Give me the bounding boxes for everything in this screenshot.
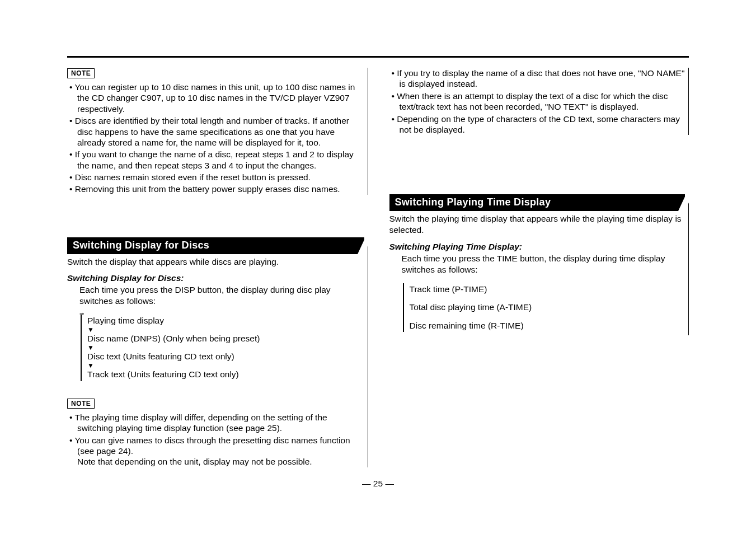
- cycle-diagram-time: Track time (P-TIME) Total disc playing t…: [402, 280, 685, 335]
- section-header-wrap: Switching Display for Discs: [67, 237, 364, 254]
- section-lead: Switch the playing time display that app…: [389, 213, 685, 236]
- subhead: Switching Playing Time Display:: [389, 242, 685, 252]
- cycle-step: Total disc playing time (A-TIME): [410, 301, 685, 313]
- manual-page: NOTE You can register up to 10 disc name…: [0, 0, 756, 511]
- subhead: Switching Display for Discs:: [67, 273, 364, 283]
- cycle-bracket-line: [403, 283, 404, 332]
- down-arrow-icon: ▼: [87, 345, 364, 351]
- section-header: Switching Display for Discs: [67, 237, 364, 254]
- cycle-step: Disc name (DNPS) (Only when being preset…: [87, 332, 364, 345]
- cycle-diagram-discs: ➞ Playing time display ▼ Disc name (DNPS…: [79, 311, 364, 385]
- note-extra-line: Note that depending on the unit, display…: [77, 456, 364, 467]
- section-switching-display-discs: Switching Display for Discs Switch the d…: [67, 237, 368, 467]
- section-lead: Switch the display that appears while di…: [67, 256, 364, 268]
- note-item: The playing time display will differ, de…: [69, 412, 364, 434]
- note-item: Disc names remain stored even if the res…: [69, 172, 364, 182]
- cycle-corner-bottom-icon: [79, 379, 81, 385]
- note-item: You can register up to 10 disc names in …: [69, 82, 364, 114]
- right-column: If you try to display the name of a disc…: [388, 68, 689, 469]
- note-item: When there is an attempt to display the …: [392, 91, 685, 113]
- note-list-1: You can register up to 10 disc names in …: [67, 82, 364, 195]
- section-header: Switching Playing Time Display: [389, 194, 685, 211]
- left-column: NOTE You can register up to 10 disc name…: [67, 68, 368, 469]
- note-item: Depending on the type of characters of t…: [392, 114, 685, 135]
- cycle-bracket-line: [81, 315, 82, 381]
- note-item-text: You can give names to discs through the …: [74, 435, 350, 456]
- note-label: NOTE: [67, 399, 95, 409]
- note-item: Discs are identified by their total leng…: [69, 115, 364, 148]
- down-arrow-icon: ▼: [87, 327, 364, 333]
- note-item: If you try to display the name of a disc…: [392, 68, 685, 90]
- note-item: Removing this unit from the battery powe…: [69, 184, 364, 194]
- cycle-step: Disc text (Units featuring CD text only): [87, 350, 364, 363]
- section-header-wrap: Switching Playing Time Display: [389, 194, 685, 211]
- note-block-1: NOTE You can register up to 10 disc name…: [67, 68, 368, 195]
- cycle-step: Playing time display: [87, 315, 364, 327]
- subbody: Each time you press the DISP button, the…: [79, 284, 364, 307]
- cycle-step: Track time (P-TIME): [410, 283, 685, 296]
- cycle-corner-bottom-icon: [401, 330, 403, 335]
- subbody: Each time you press the TIME button, the…: [402, 253, 685, 275]
- cycle-corner-top-icon: [401, 280, 403, 285]
- note-label: NOTE: [67, 68, 95, 78]
- right-top-notes: If you try to display the name of a disc…: [388, 68, 689, 135]
- note-list-2: The playing time display will differ, de…: [67, 412, 364, 467]
- cycle-step: Track text (Units featuring CD text only…: [87, 368, 364, 381]
- two-column-layout: NOTE You can register up to 10 disc name…: [67, 68, 689, 469]
- top-horizontal-rule: [67, 56, 689, 58]
- cycle-step: Disc remaining time (R-TIME): [410, 320, 685, 332]
- note-item: You can give names to discs through the …: [69, 435, 364, 467]
- note-item: If you want to change the name of a disc…: [69, 149, 364, 171]
- page-number: — 25 —: [67, 479, 689, 489]
- section-switching-playing-time: Switching Playing Time Display Switch th…: [388, 194, 689, 335]
- down-arrow-icon: ▼: [87, 363, 364, 369]
- right-note-list: If you try to display the name of a disc…: [389, 68, 685, 135]
- cycle-corner-top-icon: ➞: [79, 311, 84, 317]
